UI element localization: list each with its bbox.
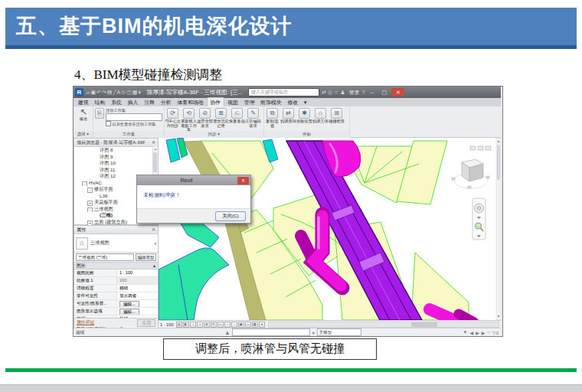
- active-workset-dropdown[interactable]: [106, 113, 162, 121]
- tab-体量和场地[interactable]: 体量和场地: [175, 98, 207, 106]
- edit-type-button[interactable]: 编辑类型: [136, 253, 156, 261]
- properties-help-link[interactable]: 属性帮助: [77, 319, 94, 326]
- drag-on-selection-icon[interactable]: ○: [487, 330, 490, 335]
- workset-dropdown[interactable]: [232, 328, 310, 336]
- type-selector[interactable]: ⌂ 三维视图 ▾: [74, 234, 158, 253]
- tab-分析[interactable]: 分析: [158, 98, 175, 106]
- tree-item-详图 10[interactable]: 详图 10: [74, 160, 158, 167]
- search-input[interactable]: 键入关键字或短语: [248, 88, 319, 96]
- scrollbar-thumb[interactable]: [411, 322, 437, 327]
- exchange-icon[interactable]: ⇄: [322, 90, 326, 95]
- underlay-select-icon[interactable]: ▶: [476, 330, 479, 335]
- close-icon[interactable]: ✕: [152, 139, 155, 146]
- panel-label-select[interactable]: 选择 ▾: [74, 131, 93, 138]
- link-select-icon[interactable]: ◀: [470, 330, 474, 335]
- viewport-corner-icons[interactable]: [470, 146, 491, 150]
- dialog-close-button[interactable]: ✕: [237, 177, 249, 185]
- redo-icon[interactable]: ↷: [102, 90, 106, 95]
- tree-expand-icon[interactable]: -: [82, 181, 87, 187]
- text-icon[interactable]: A: [117, 90, 121, 95]
- tab-管理[interactable]: 管理: [241, 98, 258, 106]
- ribbon-button-放弃全部请求[interactable]: ⊘放弃全部请求: [197, 106, 213, 128]
- ribbon-button-显示历史记录[interactable]: ≣显示历史记录: [213, 106, 229, 128]
- undo-icon[interactable]: ↶: [96, 90, 101, 95]
- ribbon-button-恢复备份[interactable]: ⎌恢复备份: [229, 106, 245, 124]
- panel-label-worksets[interactable]: 工作集: [93, 131, 164, 138]
- open-icon[interactable]: ▱: [86, 90, 90, 95]
- worksets-icon[interactable]: ⎘: [95, 108, 104, 119]
- shadows-icon[interactable]: ◑: [197, 322, 203, 328]
- tree-item-详图 11[interactable]: 详图 11: [74, 167, 158, 174]
- 3d-view-icon[interactable]: ⊙: [121, 90, 126, 95]
- 3d-viewport[interactable]: [159, 138, 501, 320]
- communication-icon[interactable]: ◎: [328, 90, 332, 95]
- viewcube[interactable]: [452, 159, 489, 188]
- chevron-down-icon[interactable]: ▾: [312, 330, 315, 335]
- ribbon-button-与中心文件同步[interactable]: ⟳与中心文件同步: [165, 106, 181, 128]
- graphics-group-header[interactable]: 图形 ▴: [74, 262, 158, 270]
- person-icon[interactable]: ♟: [340, 90, 345, 95]
- ribbon-button-坐标设置[interactable]: ✱坐标设置: [296, 106, 312, 124]
- tab-协作[interactable]: 协作: [207, 97, 225, 106]
- favorites-icon[interactable]: ☆: [334, 90, 338, 95]
- measure-icon[interactable]: ╱: [113, 90, 116, 95]
- tree-item-详图 9[interactable]: 详图 9: [74, 154, 158, 161]
- horizontal-scrollbar[interactable]: [268, 322, 499, 328]
- qat-dropdown-icon[interactable]: ▾: [138, 90, 141, 95]
- panel-label-coordinate[interactable]: 坐标: [264, 131, 349, 138]
- editable-only-icon[interactable]: ▼: [463, 330, 468, 335]
- view-selector-combo[interactable]: 三维视图 (三维): [76, 253, 134, 261]
- properties-titlebar[interactable]: 属性 ✕: [74, 226, 158, 234]
- ribbon-button-碰撞检查[interactable]: ⊞碰撞检查: [329, 106, 345, 124]
- minimize-button[interactable]: –: [367, 88, 377, 96]
- view-scale-label[interactable]: 1 : 100: [160, 322, 174, 327]
- tab-结构[interactable]: 结构: [92, 98, 109, 106]
- ribbon-button-协调查询[interactable]: ⇄协调查询: [280, 106, 296, 124]
- edit-button[interactable]: 编辑...: [119, 309, 139, 315]
- property-value[interactable]: 精细: [117, 285, 158, 292]
- help-icon[interactable]: ?: [361, 90, 365, 95]
- reveal-hidden-elements-icon[interactable]: ◌: [231, 322, 237, 328]
- worksharing-display-icon[interactable]: ⚏: [245, 322, 251, 328]
- crop-region-icon[interactable]: ▭: [217, 322, 224, 328]
- visual-style-icon[interactable]: ◧: [183, 322, 189, 328]
- project-browser-titlebar[interactable]: 项目浏览器 - 陈厚泽-写字楼A-36F ✕: [74, 139, 158, 147]
- pinned-select-icon[interactable]: ▶: [482, 330, 486, 335]
- tab-注释[interactable]: 注释: [141, 98, 158, 106]
- tab-插入[interactable]: 插入: [125, 98, 142, 106]
- ribbon-button-正在编辑请求[interactable]: ✎正在编辑请求: [245, 106, 261, 128]
- close-button[interactable]: ✕: [391, 88, 404, 96]
- tab-附加模块[interactable]: 附加模块: [257, 98, 284, 106]
- apply-button[interactable]: 应用: [137, 319, 155, 327]
- gray-inactive-worksets-checkbox[interactable]: 以灰色显示非活动工作集: [106, 121, 162, 127]
- edit-button[interactable]: 编辑...: [119, 301, 139, 307]
- ribbon-button-复制/监视[interactable]: ⧉复制/监视: [264, 106, 280, 128]
- save-icon[interactable]: ▣: [90, 90, 96, 95]
- maximize-button[interactable]: ▢: [379, 88, 389, 96]
- close-icon[interactable]: ✕: [152, 226, 155, 234]
- analytical-model-icon[interactable]: ▦: [252, 322, 258, 328]
- filter-icon[interactable]: ▽0: [492, 330, 499, 335]
- tree-expand-icon[interactable]: -: [87, 207, 93, 213]
- panel-label-synchronize[interactable]: 同步 ▾: [165, 131, 263, 138]
- temporary-hide-isolate-icon[interactable]: ◔: [224, 322, 231, 328]
- tab-系统[interactable]: 系统: [108, 98, 125, 106]
- scrollbar-thumb[interactable]: [153, 152, 157, 172]
- tab-视图[interactable]: 视图: [224, 98, 241, 106]
- dialog-titlebar[interactable]: Revit ✕: [137, 175, 250, 185]
- sun-path-icon[interactable]: ☼: [190, 322, 196, 328]
- scroll-left-icon[interactable]: ◂: [259, 322, 265, 328]
- temporary-view-properties-icon[interactable]: ▣: [238, 322, 244, 328]
- ribbon-button-重新载入最新工作集[interactable]: ⟲重新载入最新工作集: [181, 106, 197, 132]
- revit-titlebar[interactable]: R ▱▣↶↷▤╱A⊙◫▦▾ 陈厚泽-写字楼A-36F - 三维视图: {三...…: [74, 87, 501, 98]
- thin-lines-icon[interactable]: ▦: [132, 90, 138, 95]
- property-value[interactable]: 显示两者: [117, 292, 158, 299]
- tree-expand-icon[interactable]: +: [87, 201, 93, 206]
- section-icon[interactable]: ◫: [126, 90, 132, 95]
- tree-item-详图 8[interactable]: 详图 8: [74, 147, 158, 154]
- detail-level-icon[interactable]: ▤: [176, 322, 182, 328]
- navigation-bar[interactable]: [472, 198, 486, 240]
- signin-label[interactable]: 登录: [348, 89, 359, 96]
- tab-建筑[interactable]: 建筑: [75, 98, 92, 106]
- design-option-dropdown[interactable]: 主模型: [317, 328, 361, 336]
